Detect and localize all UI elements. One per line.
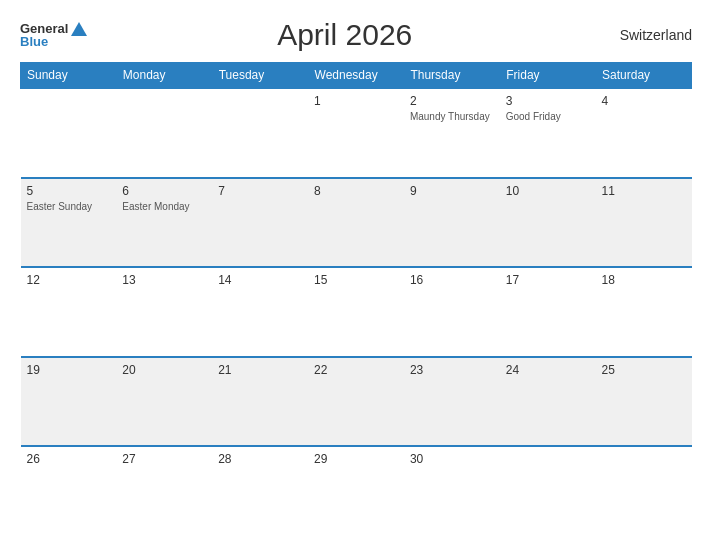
calendar-cell: 22 (308, 357, 404, 447)
calendar-cell: 14 (212, 267, 308, 357)
calendar-cell (116, 88, 212, 178)
calendar-cell: 7 (212, 178, 308, 268)
calendar-week-row: 12131415161718 (21, 267, 692, 357)
day-number: 19 (27, 363, 111, 377)
day-number: 23 (410, 363, 494, 377)
calendar-cell: 11 (596, 178, 692, 268)
day-number: 7 (218, 184, 302, 198)
calendar-cell: 30 (404, 446, 500, 536)
calendar-cell: 18 (596, 267, 692, 357)
calendar-cell (212, 88, 308, 178)
day-number: 28 (218, 452, 302, 466)
column-header-tuesday: Tuesday (212, 63, 308, 89)
day-number: 26 (27, 452, 111, 466)
day-number: 1 (314, 94, 398, 108)
calendar-cell: 21 (212, 357, 308, 447)
calendar-cell: 15 (308, 267, 404, 357)
day-number: 29 (314, 452, 398, 466)
calendar-week-row: 19202122232425 (21, 357, 692, 447)
day-number: 10 (506, 184, 590, 198)
calendar-cell: 12 (21, 267, 117, 357)
column-header-wednesday: Wednesday (308, 63, 404, 89)
calendar-cell: 17 (500, 267, 596, 357)
calendar-cell: 23 (404, 357, 500, 447)
day-number: 30 (410, 452, 494, 466)
day-number: 18 (602, 273, 686, 287)
day-number: 6 (122, 184, 206, 198)
day-number: 14 (218, 273, 302, 287)
calendar-cell: 20 (116, 357, 212, 447)
column-header-sunday: Sunday (21, 63, 117, 89)
calendar-cell: 19 (21, 357, 117, 447)
page-title: April 2026 (87, 18, 602, 52)
column-header-thursday: Thursday (404, 63, 500, 89)
column-header-friday: Friday (500, 63, 596, 89)
calendar-cell: 24 (500, 357, 596, 447)
day-number: 21 (218, 363, 302, 377)
event-label: Easter Monday (122, 200, 206, 213)
calendar-cell (500, 446, 596, 536)
logo-blue: Blue (20, 34, 48, 49)
calendar-table: SundayMondayTuesdayWednesdayThursdayFrid… (20, 62, 692, 536)
calendar-cell: 9 (404, 178, 500, 268)
calendar-week-row: 5Easter Sunday6Easter Monday7891011 (21, 178, 692, 268)
calendar-cell: 5Easter Sunday (21, 178, 117, 268)
day-number: 17 (506, 273, 590, 287)
logo-icon (71, 22, 87, 36)
day-number: 13 (122, 273, 206, 287)
calendar-cell: 1 (308, 88, 404, 178)
column-header-saturday: Saturday (596, 63, 692, 89)
day-number: 3 (506, 94, 590, 108)
calendar-cell: 3Good Friday (500, 88, 596, 178)
calendar-cell: 29 (308, 446, 404, 536)
event-label: Easter Sunday (27, 200, 111, 213)
calendar-cell: 2Maundy Thursday (404, 88, 500, 178)
calendar-cell: 16 (404, 267, 500, 357)
calendar-cell: 28 (212, 446, 308, 536)
day-number: 16 (410, 273, 494, 287)
calendar-page: General Blue April 2026 Switzerland Sund… (0, 0, 712, 550)
calendar-cell (21, 88, 117, 178)
day-number: 11 (602, 184, 686, 198)
calendar-cell (596, 446, 692, 536)
day-number: 5 (27, 184, 111, 198)
day-number: 20 (122, 363, 206, 377)
calendar-cell: 13 (116, 267, 212, 357)
event-label: Maundy Thursday (410, 110, 494, 123)
day-number: 9 (410, 184, 494, 198)
calendar-header-row: SundayMondayTuesdayWednesdayThursdayFrid… (21, 63, 692, 89)
calendar-cell: 6Easter Monday (116, 178, 212, 268)
calendar-cell: 8 (308, 178, 404, 268)
day-number: 12 (27, 273, 111, 287)
calendar-cell: 26 (21, 446, 117, 536)
calendar-cell: 10 (500, 178, 596, 268)
day-number: 8 (314, 184, 398, 198)
event-label: Good Friday (506, 110, 590, 123)
logo: General Blue (20, 21, 87, 49)
calendar-week-row: 2627282930 (21, 446, 692, 536)
day-number: 4 (602, 94, 686, 108)
day-number: 24 (506, 363, 590, 377)
country-label: Switzerland (602, 27, 692, 43)
day-number: 15 (314, 273, 398, 287)
day-number: 2 (410, 94, 494, 108)
day-number: 27 (122, 452, 206, 466)
svg-marker-0 (71, 22, 87, 36)
calendar-week-row: 12Maundy Thursday3Good Friday4 (21, 88, 692, 178)
header: General Blue April 2026 Switzerland (20, 18, 692, 52)
column-header-monday: Monday (116, 63, 212, 89)
calendar-cell: 27 (116, 446, 212, 536)
calendar-cell: 4 (596, 88, 692, 178)
calendar-cell: 25 (596, 357, 692, 447)
day-number: 25 (602, 363, 686, 377)
day-number: 22 (314, 363, 398, 377)
